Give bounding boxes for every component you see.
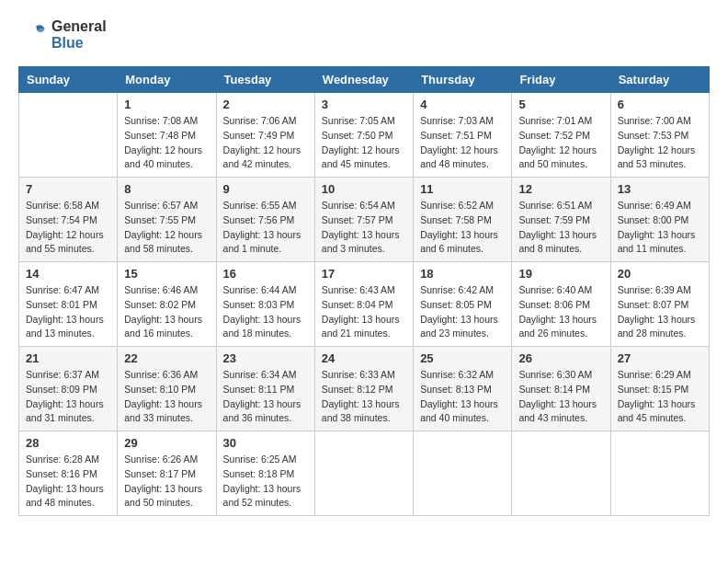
col-header-thursday: Thursday [414,67,512,93]
calendar-cell: 10 Sunrise: 6:54 AMSunset: 7:57 PMDaylig… [314,178,413,262]
calendar-cell: 17 Sunrise: 6:43 AMSunset: 8:04 PMDaylig… [314,262,413,347]
calendar-cell: 28 Sunrise: 6:28 AMSunset: 8:16 PMDaylig… [19,431,118,516]
calendar-cell: 14 Sunrise: 6:47 AMSunset: 8:01 PMDaylig… [19,262,118,347]
calendar-cell: 27 Sunrise: 6:29 AMSunset: 8:15 PMDaylig… [610,347,709,431]
day-info: Sunrise: 6:28 AMSunset: 8:16 PMDaylight:… [26,453,110,511]
calendar-cell [414,431,512,516]
calendar-cell: 13 Sunrise: 6:49 AMSunset: 8:00 PMDaylig… [610,178,709,262]
day-number: 14 [26,267,110,281]
day-number: 21 [26,351,110,365]
day-number: 16 [223,267,308,281]
day-number: 18 [420,267,505,281]
calendar-cell: 8 Sunrise: 6:57 AMSunset: 7:55 PMDayligh… [118,178,216,262]
day-number: 13 [618,182,702,196]
col-header-saturday: Saturday [610,67,709,93]
day-info: Sunrise: 6:42 AMSunset: 8:05 PMDaylight:… [420,283,505,341]
day-number: 19 [518,267,603,281]
calendar-cell: 21 Sunrise: 6:37 AMSunset: 8:09 PMDaylig… [19,347,118,431]
calendar-cell: 26 Sunrise: 6:30 AMSunset: 8:14 PMDaylig… [512,347,610,431]
calendar-cell: 22 Sunrise: 6:36 AMSunset: 8:10 PMDaylig… [118,347,216,431]
day-info: Sunrise: 6:29 AMSunset: 8:15 PMDaylight:… [618,368,702,426]
calendar-cell [610,431,709,516]
day-number: 11 [420,182,505,196]
day-number: 23 [223,351,308,365]
day-number: 10 [322,182,406,196]
day-number: 3 [322,98,406,111]
day-number: 15 [124,267,209,281]
calendar-cell: 11 Sunrise: 6:52 AMSunset: 7:58 PMDaylig… [414,178,512,262]
day-number: 20 [618,267,702,281]
day-info: Sunrise: 6:55 AMSunset: 7:56 PMDaylight:… [223,199,308,257]
day-number: 12 [518,182,603,196]
col-header-friday: Friday [512,67,610,93]
calendar-cell: 15 Sunrise: 6:46 AMSunset: 8:02 PMDaylig… [118,262,216,347]
day-info: Sunrise: 7:06 AMSunset: 7:49 PMDaylight:… [223,114,308,172]
day-info: Sunrise: 6:57 AMSunset: 7:55 PMDaylight:… [124,199,209,257]
day-number: 5 [518,98,603,111]
day-number: 22 [124,351,209,365]
day-info: Sunrise: 6:32 AMSunset: 8:13 PMDaylight:… [420,368,505,426]
day-info: Sunrise: 6:33 AMSunset: 8:12 PMDaylight:… [322,368,406,426]
day-number: 4 [420,98,505,111]
day-info: Sunrise: 6:43 AMSunset: 8:04 PMDaylight:… [322,283,406,341]
day-number: 9 [223,182,308,196]
day-info: Sunrise: 6:51 AMSunset: 7:59 PMDaylight:… [518,199,603,257]
logo-general-text: General [51,18,107,34]
day-info: Sunrise: 7:00 AMSunset: 7:53 PMDaylight:… [618,114,702,172]
col-header-tuesday: Tuesday [216,67,314,93]
day-number: 28 [26,436,110,450]
calendar-cell: 19 Sunrise: 6:40 AMSunset: 8:06 PMDaylig… [512,262,610,347]
calendar-cell: 1 Sunrise: 7:08 AMSunset: 7:48 PMDayligh… [118,93,216,178]
calendar-cell: 9 Sunrise: 6:55 AMSunset: 7:56 PMDayligh… [216,178,314,262]
day-info: Sunrise: 6:37 AMSunset: 8:09 PMDaylight:… [26,368,110,426]
day-number: 1 [124,98,209,111]
day-info: Sunrise: 6:49 AMSunset: 8:00 PMDaylight:… [618,199,702,257]
calendar-cell: 29 Sunrise: 6:26 AMSunset: 8:17 PMDaylig… [118,431,216,516]
day-info: Sunrise: 6:25 AMSunset: 8:18 PMDaylight:… [223,453,308,511]
day-number: 6 [618,98,702,111]
day-number: 8 [124,182,209,196]
day-number: 29 [124,436,209,450]
calendar-cell: 7 Sunrise: 6:58 AMSunset: 7:54 PMDayligh… [19,178,118,262]
day-number: 30 [223,436,308,450]
calendar-cell: 25 Sunrise: 6:32 AMSunset: 8:13 PMDaylig… [414,347,512,431]
day-info: Sunrise: 6:36 AMSunset: 8:10 PMDaylight:… [124,368,209,426]
calendar-cell: 4 Sunrise: 7:03 AMSunset: 7:51 PMDayligh… [414,93,512,178]
day-number: 2 [223,98,308,111]
col-header-monday: Monday [118,67,216,93]
day-info: Sunrise: 6:47 AMSunset: 8:01 PMDaylight:… [26,283,110,341]
calendar-cell: 23 Sunrise: 6:34 AMSunset: 8:11 PMDaylig… [216,347,314,431]
logo-bird-icon [18,20,48,50]
col-header-wednesday: Wednesday [314,67,413,93]
day-number: 26 [518,351,603,365]
col-header-sunday: Sunday [19,67,118,93]
day-info: Sunrise: 7:08 AMSunset: 7:48 PMDaylight:… [124,114,209,172]
calendar-cell: 12 Sunrise: 6:51 AMSunset: 7:59 PMDaylig… [512,178,610,262]
day-info: Sunrise: 6:34 AMSunset: 8:11 PMDaylight:… [223,368,308,426]
day-info: Sunrise: 6:30 AMSunset: 8:14 PMDaylight:… [518,368,603,426]
day-info: Sunrise: 6:58 AMSunset: 7:54 PMDaylight:… [26,199,110,257]
calendar-cell [512,431,610,516]
calendar-cell: 16 Sunrise: 6:44 AMSunset: 8:03 PMDaylig… [216,262,314,347]
day-number: 24 [322,351,406,365]
day-info: Sunrise: 6:52 AMSunset: 7:58 PMDaylight:… [420,199,505,257]
calendar-cell: 18 Sunrise: 6:42 AMSunset: 8:05 PMDaylig… [414,262,512,347]
calendar-cell: 6 Sunrise: 7:00 AMSunset: 7:53 PMDayligh… [610,93,709,178]
day-number: 27 [618,351,702,365]
day-number: 17 [322,267,406,281]
logo-blue-text: Blue [51,35,84,51]
calendar-cell: 5 Sunrise: 7:01 AMSunset: 7:52 PMDayligh… [512,93,610,178]
calendar-cell: 3 Sunrise: 7:05 AMSunset: 7:50 PMDayligh… [314,93,413,178]
day-info: Sunrise: 6:26 AMSunset: 8:17 PMDaylight:… [124,453,209,511]
calendar-cell: 30 Sunrise: 6:25 AMSunset: 8:18 PMDaylig… [216,431,314,516]
day-info: Sunrise: 6:44 AMSunset: 8:03 PMDaylight:… [223,283,308,341]
calendar-table: SundayMondayTuesdayWednesdayThursdayFrid… [18,66,710,516]
page-header: General Blue [18,18,710,52]
day-info: Sunrise: 7:01 AMSunset: 7:52 PMDaylight:… [518,114,603,172]
calendar-cell [314,431,413,516]
calendar-cell [19,93,118,178]
day-number: 25 [420,351,505,365]
day-info: Sunrise: 7:03 AMSunset: 7:51 PMDaylight:… [420,114,505,172]
day-info: Sunrise: 6:46 AMSunset: 8:02 PMDaylight:… [124,283,209,341]
day-info: Sunrise: 6:40 AMSunset: 8:06 PMDaylight:… [518,283,603,341]
